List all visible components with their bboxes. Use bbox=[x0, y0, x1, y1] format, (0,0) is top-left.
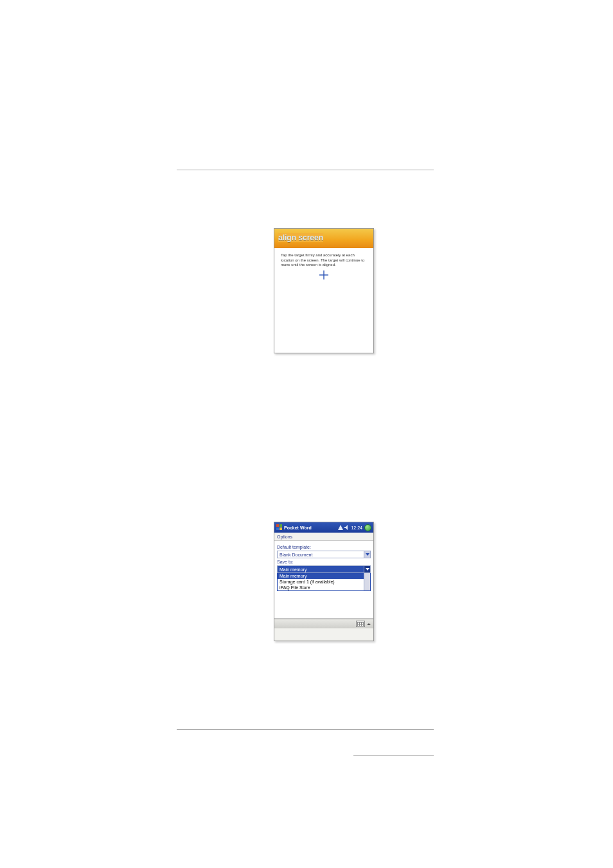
default-template-label: Default template: bbox=[277, 545, 371, 549]
align-screen-header: align screen bbox=[274, 229, 373, 248]
align-screen-title: align screen bbox=[278, 233, 323, 242]
app-title: Pocket Word bbox=[284, 526, 338, 530]
align-screen-window: align screen Tap the target firmly and a… bbox=[274, 228, 374, 353]
options-body: Default template: Blank Document Save to… bbox=[274, 540, 373, 619]
options-heading: Options bbox=[274, 533, 373, 540]
sip-chevron-up-icon[interactable] bbox=[367, 623, 371, 625]
save-to-select[interactable]: Main memory bbox=[277, 565, 371, 573]
default-template-select[interactable]: Blank Document bbox=[277, 551, 371, 558]
align-screen-body: Tap the target firmly and accurately at … bbox=[274, 248, 373, 279]
calibration-cross-icon[interactable] bbox=[319, 270, 328, 279]
status-area: 12:24 bbox=[338, 525, 362, 530]
keyboard-icon[interactable] bbox=[356, 621, 365, 627]
save-to-label: Save to: bbox=[277, 560, 371, 564]
signal-icon bbox=[338, 525, 343, 530]
ok-button[interactable] bbox=[364, 524, 371, 531]
chevron-down-icon[interactable] bbox=[364, 566, 370, 572]
pocket-word-options-window: Pocket Word 12:24 Options Default templa… bbox=[274, 522, 374, 641]
speaker-icon bbox=[344, 525, 350, 530]
save-to-value: Main memory bbox=[280, 567, 306, 572]
sip-bar bbox=[274, 619, 373, 628]
align-screen-instructions: Tap the target firmly and accurately at … bbox=[281, 253, 367, 268]
svg-rect-2 bbox=[276, 524, 279, 527]
svg-rect-5 bbox=[280, 527, 282, 530]
svg-rect-3 bbox=[280, 524, 282, 527]
start-icon[interactable] bbox=[276, 524, 283, 531]
top-horizontal-rule bbox=[177, 170, 434, 170]
titlebar: Pocket Word 12:24 bbox=[274, 522, 373, 533]
save-to-dropdown-list: Main memory Storage card 1 (if available… bbox=[277, 573, 371, 591]
default-template-value: Blank Document bbox=[280, 553, 312, 557]
svg-rect-4 bbox=[276, 527, 279, 530]
footer-short-rule bbox=[353, 755, 434, 756]
chevron-down-icon[interactable] bbox=[364, 551, 370, 558]
clock-label: 12:24 bbox=[351, 526, 362, 530]
dropdown-scrollbar[interactable] bbox=[364, 573, 370, 590]
save-to-option-storage-card[interactable]: Storage card 1 (if available) bbox=[278, 579, 370, 585]
save-to-option-file-store[interactable]: iPAQ File Store bbox=[278, 585, 370, 590]
bottom-horizontal-rule bbox=[177, 729, 434, 730]
save-to-option-main-memory[interactable]: Main memory bbox=[278, 573, 370, 579]
